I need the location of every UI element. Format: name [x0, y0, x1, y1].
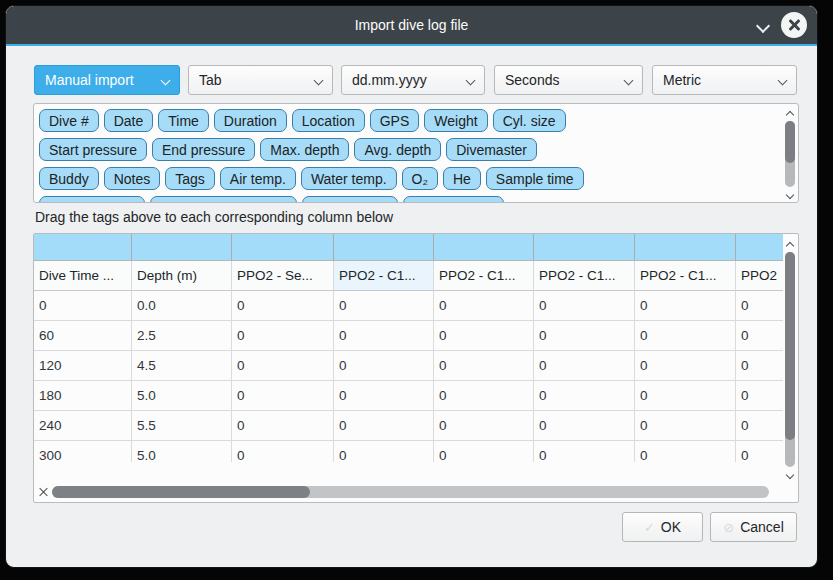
- tag-sample-time[interactable]: Sample time: [486, 167, 584, 190]
- table-cell: 0: [232, 351, 334, 381]
- tag-o[interactable]: O₂: [402, 167, 438, 190]
- combo-field-separator[interactable]: Tab: [188, 65, 333, 95]
- combo-value: Tab: [199, 72, 222, 88]
- combo-import-mode[interactable]: Manual import: [34, 65, 180, 95]
- tag-location[interactable]: Location: [292, 109, 365, 132]
- cancel-button[interactable]: ⊘ Cancel: [710, 512, 797, 542]
- table-cell: 0: [635, 321, 736, 351]
- chevron-down-icon[interactable]: [757, 20, 768, 31]
- scroll-down-icon[interactable]: [785, 470, 795, 480]
- column-header[interactable]: PPO2 - C1...: [434, 261, 534, 291]
- scrollbar-thumb[interactable]: [785, 121, 795, 163]
- table-cell: 0: [232, 321, 334, 351]
- table-cell: 0: [434, 291, 534, 321]
- tag-tags[interactable]: Tags: [165, 167, 215, 190]
- scroll-right-icon[interactable]: [36, 487, 46, 497]
- tag-time[interactable]: Time: [158, 109, 209, 132]
- table-cell: 0: [334, 291, 434, 321]
- tag-max-depth[interactable]: Max. depth: [260, 138, 349, 161]
- scroll-down-icon[interactable]: [785, 190, 795, 200]
- table-cell: 0: [434, 441, 534, 462]
- table-row: 2405.5000000: [34, 411, 783, 441]
- column-header[interactable]: PPO2 - C1...: [334, 261, 434, 291]
- tag-weight[interactable]: Weight: [424, 109, 487, 132]
- column-header[interactable]: Depth (m): [132, 261, 232, 291]
- scroll-up-icon[interactable]: [785, 108, 795, 118]
- tag-row: Dive #DateTimeDurationLocationGPSWeightC…: [39, 109, 778, 132]
- column-header[interactable]: PPO2: [736, 261, 783, 291]
- combo-value: Metric: [663, 72, 701, 88]
- drop-target-cell[interactable]: [34, 234, 132, 261]
- table-cell: 2.5: [132, 321, 232, 351]
- tag-row: BuddyNotesTagsAir temp.Water temp.O₂HeSa…: [39, 167, 778, 190]
- tag-sample-cns[interactable]: Sample CNS: [403, 196, 504, 203]
- tag-gps[interactable]: GPS: [370, 109, 420, 132]
- table-cell: 0: [334, 411, 434, 441]
- drop-target-cell[interactable]: [736, 234, 783, 261]
- tag-date[interactable]: Date: [104, 109, 154, 132]
- table-cell: 0: [635, 381, 736, 411]
- table-cell: 0: [534, 321, 635, 351]
- chevron-down-icon: [314, 77, 323, 86]
- tag-end-pressure[interactable]: End pressure: [152, 138, 255, 161]
- scrollbar-track[interactable]: [52, 486, 769, 498]
- close-button[interactable]: [781, 12, 807, 38]
- table-cell: 300: [34, 441, 132, 462]
- tag-he[interactable]: He: [443, 167, 481, 190]
- table-cell: 0: [434, 411, 534, 441]
- chevron-down-icon: [161, 77, 170, 86]
- table-cell: 0: [232, 411, 334, 441]
- tag-duration[interactable]: Duration: [214, 109, 287, 132]
- table-cell: 0: [736, 291, 783, 321]
- tag-cyl-size[interactable]: Cyl. size: [493, 109, 566, 132]
- tag-water-temp[interactable]: Water temp.: [301, 167, 397, 190]
- combo-date-format[interactable]: dd.mm.yyyy: [341, 65, 485, 95]
- drop-target-cell[interactable]: [132, 234, 232, 261]
- table-cell: 5.0: [132, 441, 232, 462]
- tag-buddy[interactable]: Buddy: [39, 167, 99, 190]
- tag-palette: Dive #DateTimeDurationLocationGPSWeightC…: [33, 103, 799, 203]
- close-icon: [788, 19, 800, 31]
- column-header[interactable]: Dive Time ...: [34, 261, 132, 291]
- tag-air-temp[interactable]: Air temp.: [220, 167, 296, 190]
- table-vscrollbar[interactable]: [783, 235, 797, 483]
- table-cell: 0: [232, 291, 334, 321]
- tag-palette-scrollbar[interactable]: [783, 105, 797, 203]
- table-cell: 60: [34, 321, 132, 351]
- tag-divemaster[interactable]: Divemaster: [446, 138, 537, 161]
- drop-target-cell[interactable]: [334, 234, 434, 261]
- tag-notes[interactable]: Notes: [104, 167, 161, 190]
- table-cell: 0: [534, 441, 635, 462]
- titlebar[interactable]: Import dive log file: [6, 6, 817, 44]
- tag-sample-po[interactable]: Sample pO₂: [302, 196, 397, 203]
- combo-value: dd.mm.yyyy: [352, 72, 427, 88]
- tag-avg-depth[interactable]: Avg. depth: [354, 138, 441, 161]
- chevron-down-icon: [778, 77, 787, 86]
- column-header[interactable]: PPO2 - Se...: [232, 261, 334, 291]
- tag-sample-temperature[interactable]: Sample temperature: [150, 196, 297, 203]
- table-cell: 0: [232, 381, 334, 411]
- table-cell: 0: [736, 321, 783, 351]
- tag-start-pressure[interactable]: Start pressure: [39, 138, 147, 161]
- combo-value: Manual import: [45, 72, 134, 88]
- drop-target-cell[interactable]: [534, 234, 635, 261]
- scrollbar-thumb[interactable]: [785, 252, 795, 440]
- combo-units[interactable]: Metric: [652, 65, 797, 95]
- scroll-up-icon[interactable]: [785, 239, 795, 249]
- drop-target-cell[interactable]: [434, 234, 534, 261]
- drop-target-cell[interactable]: [232, 234, 334, 261]
- ok-button[interactable]: ✓ OK: [622, 512, 703, 542]
- tag-dive[interactable]: Dive #: [39, 109, 99, 132]
- table-cell: 0: [534, 411, 635, 441]
- table-hscrollbar[interactable]: [34, 482, 798, 502]
- drop-target-cell[interactable]: [635, 234, 736, 261]
- table-cell: 0: [334, 441, 434, 462]
- column-header[interactable]: PPO2 - C1...: [635, 261, 736, 291]
- import-preview-table: Dive Time ...Depth (m)PPO2 - Se...PPO2 -…: [33, 233, 799, 503]
- scrollbar-thumb[interactable]: [52, 486, 310, 498]
- table-cell: 0: [434, 321, 534, 351]
- combo-time-format[interactable]: Seconds: [494, 65, 643, 95]
- column-header[interactable]: PPO2 - C1...: [534, 261, 635, 291]
- table-cell: 0: [635, 351, 736, 381]
- tag-sample-depth[interactable]: Sample depth: [39, 196, 145, 203]
